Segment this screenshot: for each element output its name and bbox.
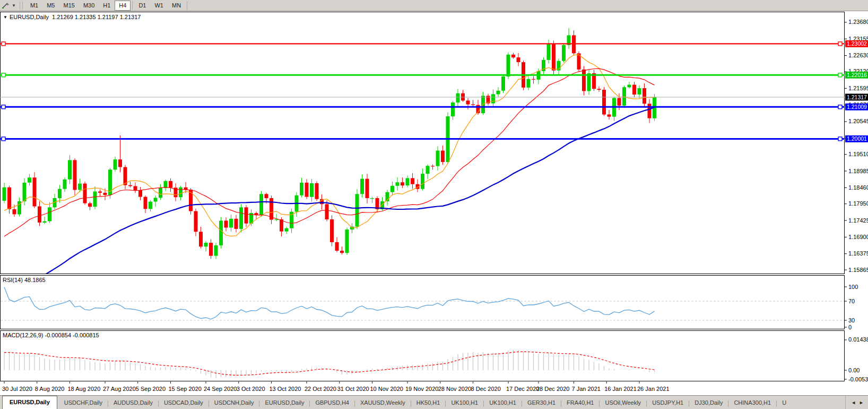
toolbar-separator — [187, 1, 187, 10]
timeframe-D1[interactable]: D1 — [134, 1, 150, 11]
timeframe-H1[interactable]: H1 — [99, 1, 115, 11]
chart-tab-EURUSD-Daily[interactable]: EURUSD,Daily — [259, 397, 309, 409]
line-handle[interactable] — [2, 42, 5, 46]
svg-text:17 Dec 2020: 17 Dec 2020 — [506, 386, 539, 392]
line-handle[interactable] — [838, 137, 842, 141]
toolbar-grip[interactable] — [20, 2, 23, 10]
svg-text:1.21009: 1.21009 — [847, 104, 867, 110]
svg-text:16 Jan 2021: 16 Jan 2021 — [604, 386, 637, 392]
price-badge-1.22016: 1.22016 — [845, 72, 868, 79]
tab-scroll-arrows: ◄ ► — [845, 396, 868, 409]
svg-text:30 Jul 2020: 30 Jul 2020 — [2, 386, 32, 392]
price-badge-1.23002: 1.23002 — [845, 40, 868, 47]
svg-text:1.16900: 1.16900 — [848, 234, 868, 240]
svg-text:19 Nov 2020: 19 Nov 2020 — [405, 386, 438, 392]
svg-text:1.18985: 1.18985 — [848, 168, 868, 174]
svg-text:1.21595: 1.21595 — [848, 85, 868, 91]
timeframe-H4[interactable]: H4 — [115, 1, 131, 11]
drawing-tool-icon — [2, 2, 10, 9]
chart-tab-U[interactable]: U — [777, 397, 792, 409]
macd-label: MACD(12,26,9) -0.000854 -0.000815 — [3, 332, 99, 338]
svg-text:5 Sep 2020: 5 Sep 2020 — [136, 386, 166, 392]
svg-text:-0.005396: -0.005396 — [848, 376, 868, 382]
chart-tab-CHINA300-H1[interactable]: CHINA300,H1 — [728, 397, 776, 409]
timeframe-toolbar: ▼ M1M5M15M30H1H4D1W1MN — [0, 0, 868, 11]
svg-text:1.20545: 1.20545 — [848, 118, 868, 124]
chart-tab-AUDUSD-Daily[interactable]: AUDUSD,Daily — [108, 397, 158, 409]
chart-tab-bar: EURUSD,DailyUSDCHF,DailyAUDUSD,DailyUSDC… — [0, 395, 868, 409]
mt4-window: { "toolbar": { "timeframes": ["M1","M5",… — [0, 0, 868, 409]
chart-symbol-label: EURUSD,Daily — [10, 14, 49, 20]
timeframe-MN[interactable]: MN — [168, 1, 185, 11]
price-badge-1.20001: 1.20001 — [845, 135, 868, 142]
line-handle[interactable] — [2, 73, 5, 77]
line-handle[interactable] — [838, 105, 842, 109]
svg-text:13 Oct 2020: 13 Oct 2020 — [270, 386, 301, 392]
chart-tab-USDCNH-Daily[interactable]: USDCNH,Daily — [209, 397, 259, 409]
svg-text:1.17950: 1.17950 — [848, 200, 868, 207]
timeframe-M15[interactable]: M15 — [59, 1, 79, 11]
svg-text:1.17425: 1.17425 — [848, 217, 868, 224]
line-handle[interactable] — [838, 42, 842, 46]
svg-text:15 Sep 2020: 15 Sep 2020 — [169, 386, 202, 392]
chart-tab-FRA40-H1[interactable]: FRA40,H1 — [561, 397, 599, 409]
line-handle[interactable] — [2, 137, 5, 141]
svg-text:31 Oct 2020: 31 Oct 2020 — [337, 386, 369, 392]
dropdown-caret-icon: ▼ — [12, 3, 16, 8]
svg-text:1.16375: 1.16375 — [848, 250, 868, 257]
price-badge-1.21009: 1.21009 — [845, 104, 868, 110]
svg-text:7 Jan 2021: 7 Jan 2021 — [572, 386, 601, 392]
svg-text:28 Dec 2020: 28 Dec 2020 — [536, 386, 569, 392]
svg-text:1.19510: 1.19510 — [848, 151, 868, 157]
chart-tab-UK100-H1[interactable]: UK100,H1 — [446, 397, 483, 409]
svg-text:22 Oct 2020: 22 Oct 2020 — [305, 386, 336, 392]
svg-text:30: 30 — [848, 317, 855, 323]
chart-tab-UK100-H1[interactable]: UK100,H1 — [484, 397, 522, 409]
chart-area[interactable]: 1.236801.231551.226301.221201.215951.210… — [0, 0, 868, 395]
svg-text:26 Jan 2021: 26 Jan 2021 — [637, 386, 670, 392]
svg-text:1.20001: 1.20001 — [847, 135, 867, 142]
timeframe-M30[interactable]: M30 — [79, 1, 99, 11]
chart-tab-DJ30-Daily[interactable]: DJ30,Daily — [689, 397, 728, 409]
svg-text:28 Nov 2020: 28 Nov 2020 — [438, 386, 471, 392]
svg-text:18 Aug 2020: 18 Aug 2020 — [68, 386, 101, 392]
svg-text:1.15865: 1.15865 — [848, 267, 868, 273]
timeframe-W1[interactable]: W1 — [150, 1, 168, 11]
chart-tab-USDCAD-Daily[interactable]: USDCAD,Daily — [159, 397, 209, 409]
svg-text:70: 70 — [848, 298, 855, 304]
svg-text:8 Aug 2020: 8 Aug 2020 — [35, 386, 65, 392]
chart-tab-USDJPY-H1[interactable]: USDJPY,H1 — [647, 397, 689, 409]
timeframe-M1[interactable]: M1 — [26, 1, 42, 11]
svg-text:10 Nov 2020: 10 Nov 2020 — [370, 386, 403, 392]
svg-text:1.23002: 1.23002 — [847, 40, 867, 47]
svg-text:1.23680: 1.23680 — [848, 19, 868, 25]
price-badge-1.21317: 1.21317 — [845, 93, 868, 100]
rsi-label: RSI(14) 48.1865 — [3, 277, 46, 283]
chart-tab-XAUUSD-Weekly[interactable]: XAUUSD,Weekly — [355, 397, 411, 409]
tab-scroll-left-icon[interactable]: ◄ — [851, 400, 856, 405]
svg-text:1.22630: 1.22630 — [848, 52, 868, 58]
chart-tab-EURUSD-Daily[interactable]: EURUSD,Daily — [2, 396, 57, 409]
drawing-tool-button[interactable]: ▼ — [2, 2, 16, 9]
chart-title: ▼EURUSD,Daily 1.21269 1.21335 1.21197 1.… — [3, 14, 141, 20]
svg-text:100: 100 — [848, 284, 858, 290]
svg-text:0.014384: 0.014384 — [848, 336, 868, 343]
svg-text:1.22016: 1.22016 — [847, 72, 867, 78]
chart-tab-HK50-H1[interactable]: HK50,H1 — [411, 397, 446, 409]
line-handle[interactable] — [838, 73, 842, 77]
svg-text:0: 0 — [848, 324, 852, 330]
chart-tab-USOil-Weekly[interactable]: USOil,Weekly — [600, 397, 646, 409]
chart-tab-GBPUSD-H4[interactable]: GBPUSD,H4 — [310, 397, 354, 409]
chart-tab-USDCHF-Daily[interactable]: USDCHF,Daily — [59, 397, 108, 409]
svg-text:1.18460: 1.18460 — [848, 184, 868, 191]
chart-quote-line: 1.21269 1.21335 1.21197 1.21317 — [52, 14, 141, 20]
collapse-icon[interactable]: ▼ — [3, 15, 7, 20]
svg-text:24 Sep 2020: 24 Sep 2020 — [204, 386, 237, 392]
svg-text:3 Oct 2020: 3 Oct 2020 — [237, 386, 265, 392]
svg-text:27 Aug 2020: 27 Aug 2020 — [103, 386, 136, 392]
svg-text:0.00: 0.00 — [848, 367, 860, 373]
chart-tab-GER30-H1[interactable]: GER30,H1 — [522, 397, 561, 409]
tab-scroll-right-icon[interactable]: ► — [859, 400, 864, 405]
line-handle[interactable] — [2, 105, 5, 109]
timeframe-M5[interactable]: M5 — [42, 1, 59, 11]
